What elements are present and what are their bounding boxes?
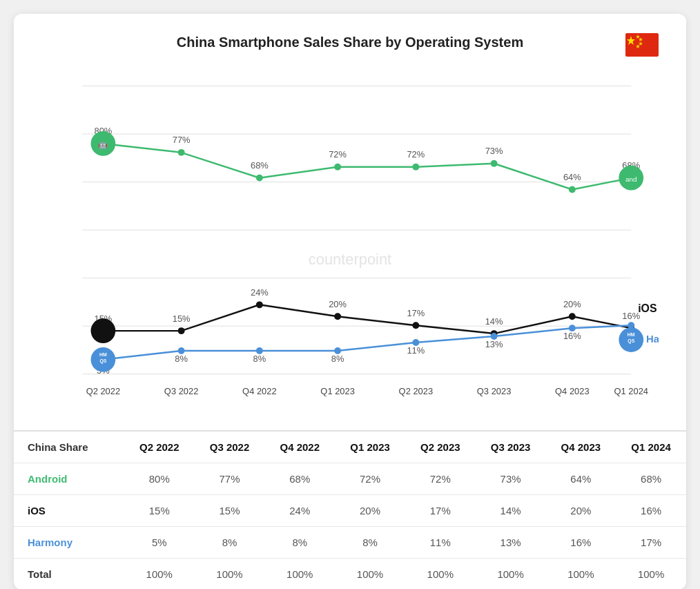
svg-text:64%: 64%	[563, 172, 581, 182]
svg-text:counterpoint: counterpoint	[309, 251, 391, 268]
svg-text:QS: QS	[628, 338, 634, 344]
svg-text:Q4 2023: Q4 2023	[555, 387, 590, 397]
svg-text:HM: HM	[99, 352, 107, 357]
svg-text:8%: 8%	[175, 354, 188, 364]
svg-text:72%: 72%	[329, 149, 347, 160]
cell-value: 8%	[335, 527, 405, 559]
col-header-q2-2023: Q2 2023	[405, 432, 476, 463]
svg-text:8%: 8%	[331, 354, 344, 364]
cell-value: 77%	[195, 463, 265, 495]
cell-value: 68%	[616, 463, 686, 495]
cell-value: 100%	[124, 559, 195, 590]
svg-point-14	[178, 149, 185, 156]
table-row: Harmony5%8%8%8%11%13%16%17%	[14, 527, 686, 559]
cell-value: 16%	[545, 527, 616, 559]
svg-point-35	[178, 327, 185, 334]
chart-section: China Smartphone Sales Share by Operatin…	[14, 14, 686, 430]
svg-point-38	[412, 322, 419, 329]
chart-area: 80% 77% 68% 72% 72% 73% 64% 68% 🤖 and an…	[41, 64, 659, 416]
cell-value: 17%	[405, 495, 476, 527]
data-table: China Share Q2 2022 Q3 2022 Q4 2022 Q1 2…	[14, 430, 686, 589]
cell-value: 100%	[264, 559, 335, 590]
svg-point-16	[334, 164, 341, 171]
cell-value: 64%	[545, 463, 616, 495]
cell-value: 72%	[335, 463, 405, 495]
svg-text:Q2 2023: Q2 2023	[399, 387, 434, 397]
svg-rect-0	[625, 33, 659, 57]
cell-value: 15%	[195, 495, 265, 527]
svg-point-50	[91, 318, 116, 343]
col-header-q3-2023: Q3 2023	[476, 432, 546, 463]
svg-text:Q4 2022: Q4 2022	[242, 387, 277, 397]
svg-point-19	[569, 186, 576, 193]
cell-value: 73%	[476, 463, 546, 495]
svg-text:8%: 8%	[253, 354, 266, 364]
svg-text:68%: 68%	[251, 160, 269, 171]
svg-text:20%: 20%	[329, 299, 347, 309]
col-header-q1-2023: Q1 2023	[335, 432, 405, 463]
svg-text:Q1 2023: Q1 2023	[320, 387, 355, 397]
svg-text:14%: 14%	[485, 316, 503, 327]
cell-value: 100%	[335, 559, 405, 590]
cell-value: 20%	[335, 495, 405, 527]
cell-value: 100%	[616, 559, 686, 590]
cell-value: 16%	[616, 495, 686, 527]
svg-text:13%: 13%	[485, 339, 503, 349]
cell-value: 20%	[545, 495, 616, 527]
cell-value: 15%	[124, 495, 195, 527]
cell-value: 8%	[195, 527, 265, 559]
cell-value: 72%	[405, 463, 476, 495]
svg-text:HarmonyOS: HarmonyOS	[646, 334, 659, 345]
svg-text:Q3 2022: Q3 2022	[164, 387, 199, 397]
line-chart: 80% 77% 68% 72% 72% 73% 64% 68% 🤖 and an…	[41, 64, 659, 416]
svg-text:and: and	[625, 175, 637, 183]
cell-value: 100%	[476, 559, 546, 590]
cell-value: 17%	[616, 527, 686, 559]
cell-value: 100%	[405, 559, 476, 590]
cell-value: 8%	[264, 527, 335, 559]
table-row: Total100%100%100%100%100%100%100%100%	[14, 559, 686, 590]
svg-text:73%: 73%	[485, 146, 503, 156]
svg-text:Q2 2022: Q2 2022	[86, 387, 121, 397]
svg-text:iOS: iOS	[638, 302, 657, 314]
svg-point-40	[569, 313, 576, 320]
svg-point-15	[256, 175, 263, 182]
col-header-china-share: China Share	[14, 432, 124, 463]
svg-text:16%: 16%	[563, 331, 581, 341]
cell-value: 14%	[476, 495, 546, 527]
china-flag	[625, 33, 659, 57]
row-label: Android	[14, 463, 124, 495]
col-header-q4-2022: Q4 2022	[264, 432, 335, 463]
svg-point-18	[491, 160, 498, 167]
svg-point-17	[412, 164, 419, 171]
svg-text:Q3 2023: Q3 2023	[477, 387, 512, 397]
svg-text:20%: 20%	[563, 299, 581, 309]
svg-text:11%: 11%	[407, 345, 425, 356]
cell-value: 80%	[124, 463, 195, 495]
cell-value: 13%	[476, 527, 546, 559]
svg-text:77%: 77%	[173, 135, 191, 145]
col-header-q4-2023: Q4 2023	[545, 432, 616, 463]
svg-text:17%: 17%	[407, 308, 425, 318]
col-header-q2-2022: Q2 2022	[124, 432, 195, 463]
cell-value: 5%	[124, 527, 195, 559]
row-label: Total	[14, 559, 124, 590]
svg-text:🤖: 🤖	[98, 139, 108, 149]
table-row: iOS15%15%24%20%17%14%20%16%	[14, 495, 686, 527]
table-row: Android80%77%68%72%72%73%64%68%	[14, 463, 686, 495]
cell-value: 100%	[195, 559, 265, 590]
row-label: iOS	[14, 495, 124, 527]
row-label: Harmony	[14, 527, 124, 559]
cell-value: 24%	[264, 495, 335, 527]
main-container: China Smartphone Sales Share by Operatin…	[14, 14, 686, 589]
svg-point-37	[334, 313, 341, 320]
chart-title: China Smartphone Sales Share by Operatin…	[41, 35, 659, 50]
svg-text:Q1 2024: Q1 2024	[614, 387, 649, 397]
cell-value: 68%	[264, 463, 335, 495]
svg-text:QS: QS	[99, 358, 106, 364]
cell-value: 11%	[405, 527, 476, 559]
col-header-q1-2024: Q1 2024	[616, 432, 686, 463]
col-header-q3-2022: Q3 2022	[195, 432, 265, 463]
svg-point-36	[256, 301, 263, 308]
cell-value: 100%	[545, 559, 616, 590]
